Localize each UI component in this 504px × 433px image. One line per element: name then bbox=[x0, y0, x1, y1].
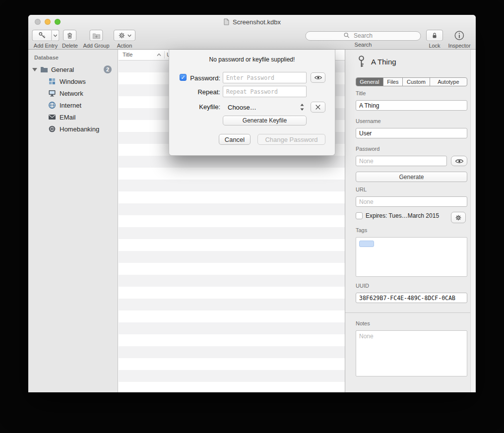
url-field-label: URL bbox=[356, 186, 367, 192]
add-group-button[interactable] bbox=[89, 30, 103, 41]
title-field-label: Title bbox=[356, 90, 366, 96]
password-field-label: Password bbox=[356, 146, 379, 152]
tags-field[interactable] bbox=[356, 237, 467, 277]
add-entry-menu-button[interactable] bbox=[52, 30, 60, 41]
change-password-button[interactable]: Change Password bbox=[257, 134, 325, 145]
username-field[interactable] bbox=[356, 128, 467, 138]
notes-field[interactable] bbox=[356, 330, 467, 376]
toolbar-item-inspector: Inspector bbox=[448, 30, 470, 49]
expires-label: Expires: Tues…March 2015 bbox=[366, 212, 439, 219]
add-entry-button[interactable] bbox=[32, 30, 52, 41]
dialog-keyfile-label: Keyfile: bbox=[187, 103, 220, 111]
sidebar-item-label: EMail bbox=[60, 114, 76, 121]
close-x-icon bbox=[315, 104, 321, 110]
sidebar-item-label: General bbox=[51, 66, 74, 73]
inspector-label: Inspector bbox=[448, 43, 470, 49]
inspector-scrollbar[interactable] bbox=[470, 50, 476, 392]
expires-row: Expires: Tues…March 2015 bbox=[356, 212, 439, 219]
sidebar-item-homebanking[interactable]: Homebanking bbox=[28, 123, 118, 135]
expires-settings-button[interactable] bbox=[451, 212, 466, 223]
expires-checkbox[interactable] bbox=[356, 212, 363, 219]
toolbar: Add Entry Delete bbox=[28, 29, 476, 50]
disclosure-triangle-icon[interactable] bbox=[32, 68, 37, 71]
lock-button[interactable] bbox=[426, 30, 443, 41]
uuid-field[interactable] bbox=[356, 293, 467, 303]
info-icon bbox=[454, 30, 465, 41]
folder-icon bbox=[40, 65, 48, 73]
gear-icon bbox=[118, 32, 126, 39]
password-field[interactable] bbox=[356, 156, 447, 166]
sidebar: Database General 2 Windows bbox=[28, 50, 118, 392]
delete-button[interactable] bbox=[63, 30, 76, 41]
network-icon bbox=[48, 89, 56, 97]
key-icon bbox=[38, 31, 46, 40]
tag-token[interactable] bbox=[359, 241, 374, 247]
reveal-password-button[interactable] bbox=[451, 156, 467, 166]
toolbar-item-add-group: Add Group bbox=[83, 30, 109, 49]
sidebar-item-internet[interactable]: Internet bbox=[28, 99, 118, 111]
trash-icon bbox=[66, 32, 73, 40]
password-enabled-checkbox[interactable]: ✓ bbox=[180, 74, 187, 81]
sidebar-item-label: Windows bbox=[60, 78, 86, 85]
dialog-repeat-label: Repeat: bbox=[187, 88, 220, 96]
eye-icon bbox=[314, 75, 322, 80]
window-title-area: Screenshot.kdbx bbox=[28, 15, 476, 29]
tab-custom[interactable]: Custom bbox=[403, 78, 430, 86]
windows-icon bbox=[48, 77, 56, 85]
dialog-password-label: Password: bbox=[187, 74, 220, 82]
updown-arrows-icon bbox=[300, 103, 305, 111]
cancel-button[interactable]: Cancel bbox=[219, 134, 251, 145]
generate-password-button[interactable]: Generate bbox=[356, 172, 467, 182]
add-entry-label: Add Entry bbox=[34, 43, 58, 49]
dialog-password-input[interactable] bbox=[223, 72, 307, 83]
clear-keyfile-button[interactable] bbox=[311, 102, 325, 113]
sidebar-item-label: Network bbox=[60, 90, 83, 97]
toolbar-item-action: Action bbox=[114, 30, 135, 49]
inspector-divider bbox=[345, 312, 476, 313]
envelope-icon bbox=[48, 113, 56, 121]
title-field[interactable] bbox=[356, 100, 467, 111]
app-window: Screenshot.kdbx bbox=[28, 15, 476, 392]
entry-key-icon bbox=[357, 55, 366, 69]
entry-title-heading: A Thing bbox=[371, 58, 396, 66]
inspector-header: A Thing bbox=[357, 55, 396, 69]
lock-label: Lock bbox=[429, 43, 440, 49]
entry-count-badge: 2 bbox=[104, 65, 112, 73]
generate-keyfile-button[interactable]: Generate Keyfile bbox=[223, 116, 307, 125]
tags-field-label: Tags bbox=[356, 227, 367, 233]
tab-autotype[interactable]: Autotype bbox=[430, 78, 467, 86]
url-field[interactable] bbox=[356, 196, 467, 207]
dialog-reveal-password-button[interactable] bbox=[311, 72, 325, 83]
sidebar-item-network[interactable]: Network bbox=[28, 87, 118, 99]
sidebar-item-general[interactable]: General 2 bbox=[28, 63, 118, 75]
tab-files[interactable]: Files bbox=[383, 78, 403, 86]
dialog-repeat-input[interactable] bbox=[223, 86, 307, 97]
toolbar-item-search: Search bbox=[306, 31, 421, 48]
toolbar-item-add-entry: Add Entry bbox=[32, 30, 60, 49]
coin-icon bbox=[48, 125, 56, 133]
inspector-tabs: General Files Custom Autotype bbox=[356, 77, 467, 86]
toolbar-item-lock: Lock bbox=[426, 30, 443, 49]
notes-field-label: Notes bbox=[356, 320, 370, 326]
action-label: Action bbox=[117, 43, 132, 49]
sort-ascending-icon bbox=[157, 53, 161, 57]
folder-plus-icon bbox=[92, 32, 100, 39]
magnifier-icon bbox=[344, 32, 350, 38]
globe-icon bbox=[48, 101, 56, 109]
inspector-toggle-button[interactable] bbox=[453, 30, 466, 41]
search-label: Search bbox=[355, 42, 372, 48]
inspector-panel: A Thing General Files Custom Autotype Ti… bbox=[345, 50, 476, 392]
window-chrome: Screenshot.kdbx bbox=[28, 15, 476, 50]
column-header-title[interactable]: Title bbox=[123, 52, 132, 58]
sidebar-item-email[interactable]: EMail bbox=[28, 111, 118, 123]
titlebar: Screenshot.kdbx bbox=[28, 15, 476, 29]
gear-icon bbox=[455, 214, 462, 221]
column-divider[interactable] bbox=[164, 51, 165, 59]
keyfile-popup-button[interactable]: Choose… bbox=[223, 102, 307, 113]
action-button[interactable] bbox=[114, 30, 135, 41]
tab-general[interactable]: General bbox=[356, 78, 383, 86]
search-input[interactable] bbox=[306, 31, 421, 41]
sidebar-item-label: Internet bbox=[60, 102, 81, 109]
sidebar-item-windows[interactable]: Windows bbox=[28, 75, 118, 87]
document-icon bbox=[223, 18, 230, 25]
